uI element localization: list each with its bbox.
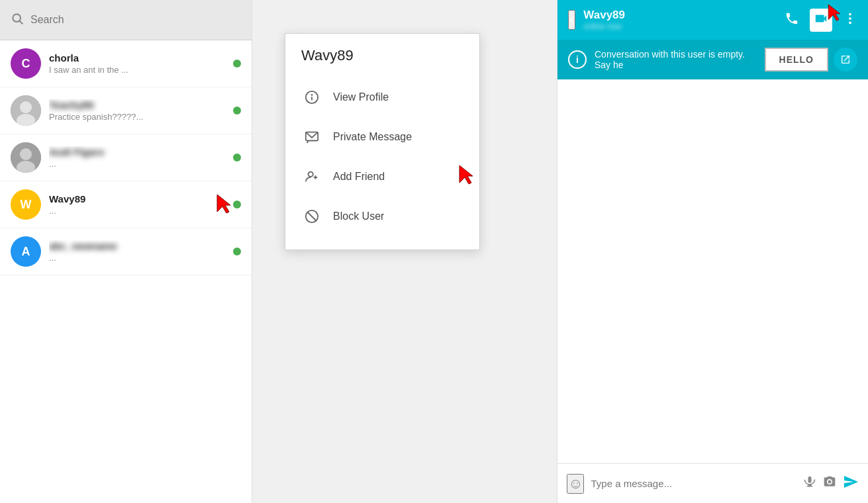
notification-info-icon: i xyxy=(568,50,587,69)
back-button[interactable]: ‹ xyxy=(568,10,575,30)
contact-name: Teachy89 xyxy=(49,99,228,111)
chat-notification-bar: i Conversation with this user is empty. … xyxy=(557,40,868,79)
avatar: A xyxy=(11,236,41,267)
context-menu-view-profile[interactable]: View Profile xyxy=(285,77,479,117)
chat-messages xyxy=(557,79,868,463)
add-friend-label: Add Friend xyxy=(333,171,385,183)
chat-username: Wavy89 xyxy=(583,9,785,22)
contact-preview: ... xyxy=(49,206,228,216)
avatar: W xyxy=(11,189,41,220)
send-button[interactable] xyxy=(843,474,859,494)
message-icon xyxy=(301,126,322,148)
list-item[interactable]: C chorla I saw an ant in the ... xyxy=(0,40,252,87)
context-menu-title: Wavy89 xyxy=(285,47,479,77)
chat-header: ‹ Wavy89 online now xyxy=(557,0,868,40)
video-call-button[interactable] xyxy=(810,9,832,32)
contact-preview: ... xyxy=(49,253,228,263)
info-icon xyxy=(301,87,322,108)
external-link-button[interactable] xyxy=(834,48,857,71)
chat-user-info: Wavy89 online now xyxy=(583,9,785,31)
svg-point-0 xyxy=(13,14,21,22)
context-menu-block-user[interactable]: Block User xyxy=(285,197,479,236)
sidebar: C chorla I saw an ant in the ... Teachy8… xyxy=(0,0,252,503)
online-indicator xyxy=(233,248,241,255)
contact-name: Wavy89 xyxy=(49,193,228,205)
message-input[interactable] xyxy=(591,478,796,489)
online-indicator xyxy=(233,107,241,114)
avatar: C xyxy=(11,48,41,79)
svg-point-15 xyxy=(309,172,313,177)
list-item[interactable]: W Wavy89 ... xyxy=(0,181,252,228)
svg-line-19 xyxy=(307,212,316,220)
search-bar xyxy=(0,0,252,40)
contact-name: chorla xyxy=(49,52,228,64)
camera-button[interactable] xyxy=(823,475,836,492)
online-indicator xyxy=(233,154,241,161)
context-menu-private-message[interactable]: Private Message xyxy=(285,117,479,157)
contact-preview: Practice spanish?????... xyxy=(49,112,228,122)
svg-marker-20 xyxy=(828,4,840,21)
contact-list: C chorla I saw an ant in the ... Teachy8… xyxy=(0,40,252,503)
avatar-letter: W xyxy=(21,198,32,212)
context-menu-add-friend[interactable]: Add Friend xyxy=(285,157,479,197)
avatar-letter: C xyxy=(22,57,30,71)
contact-info: Teachy89 Practice spanish?????... xyxy=(49,99,228,122)
chat-empty-message: Conversation with this user is empty. Sa… xyxy=(595,49,757,70)
chat-header-actions xyxy=(785,9,857,32)
svg-point-6 xyxy=(20,148,32,160)
cursor-arrow-video xyxy=(827,3,842,25)
chat-user-status: online now xyxy=(583,22,785,31)
svg-point-23 xyxy=(849,21,851,24)
list-item[interactable]: Teachy89 Practice spanish?????... xyxy=(0,87,252,134)
call-button[interactable] xyxy=(785,11,799,29)
contact-preview: I saw an ant in the ... xyxy=(49,65,228,75)
online-indicator xyxy=(233,201,241,208)
add-person-icon xyxy=(301,166,322,187)
avatar-letter: A xyxy=(22,245,30,259)
block-user-label: Block User xyxy=(333,210,384,222)
private-message-label: Private Message xyxy=(333,131,412,143)
contact-info: chorla I saw an ant in the ... xyxy=(49,52,228,75)
online-indicator xyxy=(233,60,241,68)
emoji-button[interactable]: ☺ xyxy=(567,474,584,494)
block-icon xyxy=(301,206,322,227)
contact-info: Wavy89 ... xyxy=(49,193,228,216)
search-icon xyxy=(11,12,24,28)
microphone-button[interactable] xyxy=(803,475,816,492)
avatar xyxy=(11,142,41,173)
svg-point-22 xyxy=(849,17,851,20)
contact-info: Audi Figaro ... xyxy=(49,146,228,169)
context-menu: Wavy89 View Profile Private Message xyxy=(285,33,480,250)
chat-area: ‹ Wavy89 online now xyxy=(557,0,868,503)
contact-name: abc_newname xyxy=(49,240,228,252)
list-item[interactable]: A abc_newname ... xyxy=(0,228,252,275)
contact-preview: ... xyxy=(49,159,228,169)
more-options-button[interactable] xyxy=(843,11,857,29)
chat-input-area: ☺ xyxy=(557,463,868,503)
list-item[interactable]: Audi Figaro ... xyxy=(0,134,252,181)
hello-button[interactable]: HELLO xyxy=(765,48,828,71)
svg-line-1 xyxy=(20,21,23,24)
contact-info: abc_newname ... xyxy=(49,240,228,263)
svg-point-21 xyxy=(849,13,851,15)
avatar xyxy=(11,95,41,126)
view-profile-label: View Profile xyxy=(333,91,389,103)
search-input[interactable] xyxy=(30,14,241,26)
contact-name: Audi Figaro xyxy=(49,146,228,158)
svg-point-3 xyxy=(20,101,32,113)
